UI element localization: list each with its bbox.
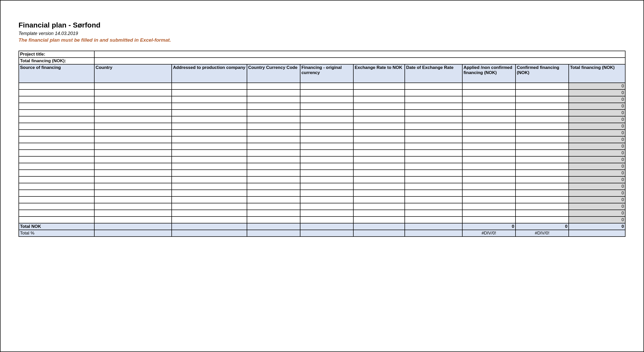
table-cell[interactable] [94,176,172,183]
table-cell[interactable] [300,190,353,196]
table-cell[interactable] [353,143,405,150]
table-cell[interactable] [405,183,462,190]
table-cell[interactable] [247,143,300,150]
table-cell[interactable] [516,210,569,216]
table-cell[interactable] [94,123,172,130]
table-cell[interactable] [300,83,353,89]
table-cell[interactable] [462,203,516,210]
table-cell[interactable] [516,190,569,196]
table-cell[interactable] [516,216,569,223]
table-cell[interactable] [172,156,247,163]
table-cell[interactable] [19,183,94,190]
table-cell[interactable] [247,176,300,183]
table-cell[interactable] [462,183,516,190]
table-cell[interactable] [19,170,94,176]
table-cell[interactable] [94,150,172,156]
table-cell[interactable] [19,110,94,116]
table-cell[interactable] [462,123,516,130]
table-cell[interactable] [405,123,462,130]
table-cell[interactable] [247,216,300,223]
table-cell[interactable] [247,136,300,143]
table-cell[interactable] [353,203,405,210]
table-cell[interactable] [300,203,353,210]
table-cell[interactable] [94,83,172,89]
table-cell[interactable] [300,96,353,103]
table-cell[interactable] [405,176,462,183]
table-cell[interactable] [19,176,94,183]
table-cell[interactable] [516,136,569,143]
table-cell[interactable] [300,163,353,170]
table-cell[interactable] [247,190,300,196]
table-cell[interactable] [300,136,353,143]
table-cell[interactable] [94,136,172,143]
table-cell[interactable] [172,116,247,123]
table-cell[interactable] [172,196,247,203]
table-cell[interactable] [405,116,462,123]
project-title-value[interactable] [94,51,625,58]
table-cell[interactable] [516,103,569,110]
table-cell[interactable] [19,196,94,203]
table-cell[interactable] [247,96,300,103]
table-cell[interactable] [247,210,300,216]
table-cell[interactable] [172,176,247,183]
table-cell[interactable] [516,156,569,163]
table-cell[interactable] [247,103,300,110]
table-cell[interactable] [172,103,247,110]
table-cell[interactable] [300,216,353,223]
table-cell[interactable] [19,83,94,89]
table-cell[interactable] [405,170,462,176]
table-cell[interactable] [94,156,172,163]
table-cell[interactable] [300,176,353,183]
table-cell[interactable] [172,143,247,150]
table-cell[interactable] [405,150,462,156]
table-cell[interactable] [19,156,94,163]
table-cell[interactable] [300,156,353,163]
table-cell[interactable] [353,130,405,136]
table-cell[interactable] [172,170,247,176]
table-cell[interactable] [516,89,569,96]
table-cell[interactable] [462,170,516,176]
table-cell[interactable] [516,83,569,89]
table-cell[interactable] [405,203,462,210]
table-cell[interactable] [19,123,94,130]
table-cell[interactable] [172,163,247,170]
table-cell[interactable] [94,203,172,210]
table-cell[interactable] [300,183,353,190]
table-cell[interactable] [462,136,516,143]
table-cell[interactable] [94,216,172,223]
table-cell[interactable] [300,116,353,123]
table-cell[interactable] [247,183,300,190]
table-cell[interactable] [19,150,94,156]
table-cell[interactable] [462,163,516,170]
table-cell[interactable] [172,130,247,136]
table-cell[interactable] [19,210,94,216]
table-cell[interactable] [247,170,300,176]
table-cell[interactable] [405,110,462,116]
table-cell[interactable] [300,110,353,116]
table-cell[interactable] [172,136,247,143]
table-cell[interactable] [94,210,172,216]
table-cell[interactable] [247,196,300,203]
table-cell[interactable] [462,96,516,103]
table-cell[interactable] [247,110,300,116]
table-cell[interactable] [405,89,462,96]
table-cell[interactable] [353,136,405,143]
table-cell[interactable] [353,176,405,183]
table-cell[interactable] [300,143,353,150]
table-cell[interactable] [516,183,569,190]
table-cell[interactable] [172,150,247,156]
table-cell[interactable] [353,110,405,116]
table-cell[interactable] [462,216,516,223]
table-cell[interactable] [19,116,94,123]
table-cell[interactable] [300,170,353,176]
table-cell[interactable] [516,203,569,210]
table-cell[interactable] [353,196,405,203]
table-cell[interactable] [405,163,462,170]
table-cell[interactable] [462,196,516,203]
table-cell[interactable] [462,116,516,123]
table-cell[interactable] [353,163,405,170]
table-cell[interactable] [516,176,569,183]
table-cell[interactable] [19,96,94,103]
table-cell[interactable] [462,150,516,156]
table-cell[interactable] [172,216,247,223]
